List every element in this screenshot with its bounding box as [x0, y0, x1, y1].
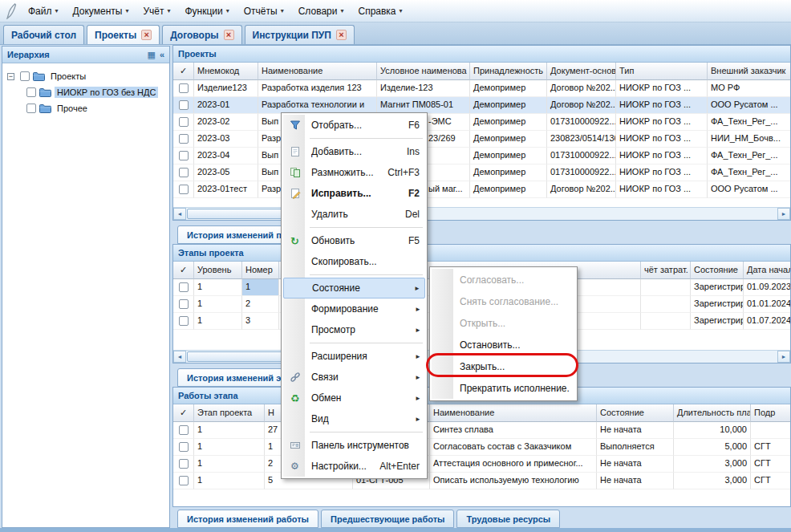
row-checkbox[interactable] — [179, 117, 189, 127]
row-checkbox[interactable] — [179, 282, 189, 292]
scroll-left-icon[interactable]: ◄ — [173, 208, 186, 220]
tab-3[interactable]: Инструкции ПУП× — [245, 25, 355, 44]
submenu-item-4[interactable]: Закрыть... — [432, 355, 575, 377]
bottom-tab-2[interactable]: Трудовые ресурсы — [456, 510, 560, 528]
context-menu-item-19[interactable]: Панель инструментов — [283, 435, 425, 456]
bottom-tab-1[interactable]: Предшествующие работы — [321, 510, 454, 528]
context-menu-item-2[interactable]: Добавить...Ins — [283, 141, 425, 162]
tab-close-icon[interactable]: × — [141, 30, 152, 40]
row-checkbox[interactable] — [179, 425, 189, 435]
row-checkbox[interactable] — [179, 476, 189, 485]
column-header[interactable]: Наименование — [430, 404, 597, 422]
context-menu-item-4[interactable]: Исправить...F2 — [283, 183, 425, 204]
context-menu-item-8[interactable]: Скопировать... — [283, 251, 425, 272]
column-header[interactable]: Внешний заказчик — [708, 63, 790, 80]
submenu-item-1[interactable]: Снять согласование... — [432, 290, 575, 312]
submenu-item-0[interactable]: Согласовать... — [432, 269, 575, 290]
column-header[interactable]: Этап проекта — [194, 404, 265, 422]
context-menu-item-11[interactable]: Формирование► — [283, 298, 425, 319]
menubar-item-4[interactable]: Отчёты▾ — [237, 2, 291, 21]
tree-item-0[interactable]: −Проекты — [4, 68, 168, 84]
menubar-item-0[interactable]: Файл▾ — [21, 2, 66, 21]
row-checkbox[interactable] — [179, 459, 189, 469]
column-header[interactable]: Номер — [242, 262, 279, 279]
table-row[interactable]: 2023-05ВыпДемопример017310000922...НИОКР… — [173, 164, 790, 181]
scroll-left-icon[interactable]: ◄ — [173, 351, 186, 363]
column-header[interactable]: Наименование — [258, 63, 377, 80]
submenu-item-2[interactable]: Открыть... — [432, 312, 575, 334]
menubar-item-6[interactable]: Справка▾ — [351, 2, 409, 21]
column-header[interactable]: Дата начала план — [744, 262, 790, 279]
expand-collapse-icon[interactable]: − — [7, 73, 14, 80]
column-header[interactable]: чёт затрат. — [641, 262, 691, 279]
tab-0[interactable]: Рабочий стол — [3, 25, 84, 44]
row-checkbox[interactable] — [179, 134, 189, 144]
column-header[interactable]: Условное наименова — [377, 63, 470, 80]
row-checkbox[interactable] — [179, 442, 189, 452]
submenu-item-3[interactable]: Остановить... — [432, 334, 575, 355]
table-row[interactable]: 2023-03Разр23/269Демопример230823/0514/1… — [173, 131, 790, 148]
tab-1[interactable]: Проекты× — [87, 25, 160, 44]
menubar-item-1[interactable]: Документы▾ — [66, 2, 136, 21]
scroll-right-icon[interactable]: ► — [777, 351, 790, 363]
table-row[interactable]: Изделие123Разработка изделия 123Изделие-… — [173, 80, 790, 97]
column-header[interactable]: Тип — [616, 63, 708, 80]
table-row[interactable]: 12Аттестация основного и примесног...Не … — [173, 456, 790, 473]
scroll-right-icon[interactable]: ► — [777, 208, 790, 220]
row-checkbox[interactable] — [179, 100, 189, 110]
menubar-item-5[interactable]: Словари▾ — [291, 2, 351, 21]
table-row[interactable]: 2023-02Вып-ЭМСДемопример017310000922...Н… — [173, 114, 790, 131]
row-checkbox[interactable] — [179, 316, 189, 326]
tree-checkbox[interactable] — [20, 71, 30, 81]
collapse-panel-icon[interactable]: « — [160, 50, 164, 59]
row-checkbox[interactable] — [179, 168, 189, 177]
table-row[interactable]: 1501-СГТ-005Описать используемую техноло… — [173, 473, 790, 489]
menubar-item-3[interactable]: Функции▾ — [177, 2, 236, 21]
context-menu-item-3[interactable]: Размножить...Ctrl+F3 — [283, 162, 425, 183]
context-menu-item-5[interactable]: УдалитьDel — [283, 204, 425, 225]
column-header[interactable]: Мнемокод — [194, 63, 258, 80]
context-menu-item-20[interactable]: ⚙Настройки...Alt+Enter — [283, 456, 425, 477]
table-row[interactable]: 2023-01Разработка технологии иМагнит ПМ0… — [173, 97, 790, 114]
table-row[interactable]: 127Синтез сплаваНе начата10,000 — [173, 422, 790, 439]
tree-checkbox[interactable] — [26, 87, 36, 97]
submenu-item-5[interactable]: Прекратить исполнение... — [432, 377, 575, 399]
column-header[interactable]: ✓ — [173, 262, 194, 279]
row-checkbox[interactable] — [179, 185, 189, 194]
tree-item-1[interactable]: НИОКР по ГОЗ без НДС — [4, 84, 168, 100]
tab-2[interactable]: Договоры× — [162, 25, 241, 44]
context-menu-item-14[interactable]: Расширения► — [283, 346, 425, 367]
menubar-item-2[interactable]: Учёт▾ — [136, 2, 177, 21]
column-header[interactable]: Уровень — [194, 262, 242, 279]
scroll-thumb[interactable] — [187, 209, 291, 219]
context-menu-item-12[interactable]: Просмотр► — [283, 319, 425, 340]
tab-close-icon[interactable]: × — [336, 30, 347, 40]
column-header[interactable]: Состояние — [691, 262, 744, 279]
row-checkbox[interactable] — [179, 83, 189, 93]
context-menu-item-0[interactable]: Отобрать...F6 — [283, 115, 425, 136]
grid-search-icon[interactable]: ▦ — [147, 50, 155, 60]
column-header[interactable]: Подр — [751, 404, 790, 422]
table-row[interactable]: 2023-01тестРазрый маг...ДемопримерДогово… — [173, 181, 790, 198]
row-checkbox[interactable] — [179, 151, 189, 160]
column-header[interactable]: Документ-основан — [547, 63, 616, 80]
column-header[interactable]: Принадлежность — [470, 63, 547, 80]
row-checkbox[interactable] — [179, 299, 189, 309]
column-header[interactable]: Длительность план▼ — [674, 404, 751, 422]
tree-item-2[interactable]: Прочее — [4, 100, 168, 116]
context-menu-item-17[interactable]: Вид► — [283, 408, 425, 429]
context-menu-item-7[interactable]: ↻ОбновитьF5 — [283, 230, 425, 251]
column-header[interactable]: ✓ — [173, 63, 194, 80]
context-menu-item-16[interactable]: ♻Обмен► — [283, 388, 425, 408]
bottom-tab-0[interactable]: История изменений работы — [177, 510, 318, 528]
context-menu-item-15[interactable]: Связи► — [283, 367, 425, 388]
scroll-thumb[interactable] — [187, 351, 291, 362]
column-header[interactable]: ✓ — [173, 404, 194, 422]
context-menu-item-10[interactable]: Состояние► — [283, 278, 425, 298]
tab-history-stage[interactable]: История изменений э... — [177, 368, 298, 387]
table-row[interactable]: 2023-04ВыпДемопример017310000922...НИОКР… — [173, 148, 790, 164]
tab-close-icon[interactable]: × — [224, 30, 234, 40]
column-header[interactable]: Состояние — [597, 404, 674, 422]
table-row[interactable]: 11Согласовать состав с ЗаказчикомВыполня… — [173, 439, 790, 456]
horizontal-scrollbar[interactable]: ◄ ► — [173, 207, 790, 220]
